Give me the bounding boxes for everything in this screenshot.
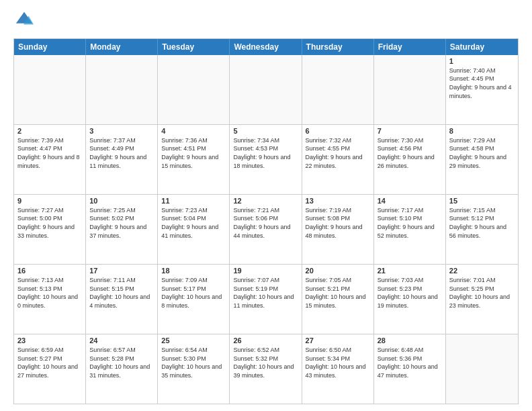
day-cell-8: 8Sunrise: 7:29 AM Sunset: 4:58 PM Daylig…: [446, 125, 518, 194]
day-info: Sunrise: 7:37 AM Sunset: 4:49 PM Dayligh…: [89, 136, 154, 170]
day-cell-28: 28Sunrise: 6:48 AM Sunset: 5:36 PM Dayli…: [374, 334, 446, 404]
weekday-header-sunday: Sunday: [14, 39, 86, 55]
day-cell-1: 1Sunrise: 7:40 AM Sunset: 4:45 PM Daylig…: [446, 55, 518, 124]
day-number: 21: [378, 267, 442, 275]
day-number: 25: [161, 336, 226, 345]
day-info: Sunrise: 7:13 AM Sunset: 5:13 PM Dayligh…: [17, 276, 82, 310]
day-number: 19: [233, 267, 298, 275]
day-number: 28: [378, 336, 442, 345]
calendar-body: 1Sunrise: 7:40 AM Sunset: 4:45 PM Daylig…: [14, 55, 518, 404]
day-info: Sunrise: 7:21 AM Sunset: 5:06 PM Dayligh…: [233, 206, 298, 240]
calendar-row-2: 2Sunrise: 7:39 AM Sunset: 4:47 PM Daylig…: [14, 125, 518, 195]
day-cell-24: 24Sunrise: 6:57 AM Sunset: 5:28 PM Dayli…: [86, 334, 158, 404]
day-number: 12: [233, 197, 298, 205]
day-info: Sunrise: 6:57 AM Sunset: 5:28 PM Dayligh…: [89, 346, 154, 379]
day-info: Sunrise: 6:54 AM Sunset: 5:30 PM Dayligh…: [161, 346, 226, 379]
day-info: Sunrise: 7:05 AM Sunset: 5:21 PM Dayligh…: [306, 276, 370, 310]
header: [13, 11, 519, 33]
day-info: Sunrise: 7:32 AM Sunset: 4:55 PM Dayligh…: [306, 136, 370, 170]
calendar-header: SundayMondayTuesdayWednesdayThursdayFrid…: [14, 39, 518, 55]
day-info: Sunrise: 7:11 AM Sunset: 5:15 PM Dayligh…: [89, 276, 154, 310]
day-number: 8: [449, 127, 515, 135]
day-info: Sunrise: 6:52 AM Sunset: 5:32 PM Dayligh…: [233, 346, 298, 379]
empty-cell: [14, 55, 86, 124]
weekday-header-monday: Monday: [86, 39, 158, 55]
logo-icon: [15, 11, 34, 30]
empty-cell: [86, 55, 158, 124]
day-cell-2: 2Sunrise: 7:39 AM Sunset: 4:47 PM Daylig…: [14, 125, 86, 194]
day-number: 10: [89, 197, 154, 205]
page: SundayMondayTuesdayWednesdayThursdayFrid…: [0, 0, 532, 411]
day-number: 16: [17, 267, 82, 275]
day-cell-6: 6Sunrise: 7:32 AM Sunset: 4:55 PM Daylig…: [302, 125, 374, 194]
logo: [13, 11, 34, 33]
day-number: 9: [17, 197, 82, 205]
day-cell-22: 22Sunrise: 7:01 AM Sunset: 5:25 PM Dayli…: [446, 265, 518, 334]
day-info: Sunrise: 6:48 AM Sunset: 5:36 PM Dayligh…: [378, 346, 442, 379]
weekday-header-wednesday: Wednesday: [230, 39, 302, 55]
day-number: 24: [89, 336, 154, 345]
day-info: Sunrise: 7:19 AM Sunset: 5:08 PM Dayligh…: [306, 206, 370, 240]
day-cell-19: 19Sunrise: 7:07 AM Sunset: 5:19 PM Dayli…: [230, 265, 302, 334]
day-number: 14: [378, 197, 442, 205]
day-cell-15: 15Sunrise: 7:15 AM Sunset: 5:12 PM Dayli…: [446, 195, 518, 264]
day-number: 18: [161, 267, 226, 275]
calendar-row-4: 16Sunrise: 7:13 AM Sunset: 5:13 PM Dayli…: [14, 265, 518, 334]
day-number: 7: [378, 127, 442, 135]
empty-cell: [374, 55, 446, 124]
day-number: 11: [161, 197, 226, 205]
empty-cell: [446, 334, 518, 404]
day-number: 3: [89, 127, 154, 135]
empty-cell: [302, 55, 374, 124]
day-number: 4: [161, 127, 226, 135]
day-cell-14: 14Sunrise: 7:17 AM Sunset: 5:10 PM Dayli…: [374, 195, 446, 264]
day-number: 20: [306, 267, 370, 275]
day-cell-7: 7Sunrise: 7:30 AM Sunset: 4:56 PM Daylig…: [374, 125, 446, 194]
day-cell-3: 3Sunrise: 7:37 AM Sunset: 4:49 PM Daylig…: [86, 125, 158, 194]
day-cell-18: 18Sunrise: 7:09 AM Sunset: 5:17 PM Dayli…: [158, 265, 230, 334]
day-cell-23: 23Sunrise: 6:59 AM Sunset: 5:27 PM Dayli…: [14, 334, 86, 404]
day-info: Sunrise: 7:03 AM Sunset: 5:23 PM Dayligh…: [378, 276, 442, 310]
calendar-row-1: 1Sunrise: 7:40 AM Sunset: 4:45 PM Daylig…: [14, 55, 518, 125]
day-cell-17: 17Sunrise: 7:11 AM Sunset: 5:15 PM Dayli…: [86, 265, 158, 334]
day-info: Sunrise: 7:09 AM Sunset: 5:17 PM Dayligh…: [161, 276, 226, 310]
day-number: 6: [306, 127, 370, 135]
calendar-row-3: 9Sunrise: 7:27 AM Sunset: 5:00 PM Daylig…: [14, 195, 518, 265]
day-info: Sunrise: 7:23 AM Sunset: 5:04 PM Dayligh…: [161, 206, 226, 240]
day-cell-16: 16Sunrise: 7:13 AM Sunset: 5:13 PM Dayli…: [14, 265, 86, 334]
day-info: Sunrise: 6:50 AM Sunset: 5:34 PM Dayligh…: [306, 346, 370, 379]
day-cell-5: 5Sunrise: 7:34 AM Sunset: 4:53 PM Daylig…: [230, 125, 302, 194]
day-number: 2: [17, 127, 82, 135]
day-info: Sunrise: 6:59 AM Sunset: 5:27 PM Dayligh…: [17, 346, 82, 379]
day-cell-12: 12Sunrise: 7:21 AM Sunset: 5:06 PM Dayli…: [230, 195, 302, 264]
day-info: Sunrise: 7:01 AM Sunset: 5:25 PM Dayligh…: [449, 276, 515, 310]
day-cell-13: 13Sunrise: 7:19 AM Sunset: 5:08 PM Dayli…: [302, 195, 374, 264]
day-info: Sunrise: 7:34 AM Sunset: 4:53 PM Dayligh…: [233, 136, 298, 170]
day-info: Sunrise: 7:27 AM Sunset: 5:00 PM Dayligh…: [17, 206, 82, 240]
weekday-header-saturday: Saturday: [446, 39, 518, 55]
day-cell-27: 27Sunrise: 6:50 AM Sunset: 5:34 PM Dayli…: [302, 334, 374, 404]
day-number: 15: [449, 197, 515, 205]
day-cell-20: 20Sunrise: 7:05 AM Sunset: 5:21 PM Dayli…: [302, 265, 374, 334]
day-info: Sunrise: 7:40 AM Sunset: 4:45 PM Dayligh…: [449, 66, 515, 100]
day-cell-25: 25Sunrise: 6:54 AM Sunset: 5:30 PM Dayli…: [158, 334, 230, 404]
day-number: 26: [233, 336, 298, 345]
day-info: Sunrise: 7:39 AM Sunset: 4:47 PM Dayligh…: [17, 136, 82, 170]
day-cell-26: 26Sunrise: 6:52 AM Sunset: 5:32 PM Dayli…: [230, 334, 302, 404]
empty-cell: [158, 55, 230, 124]
day-number: 17: [89, 267, 154, 275]
weekday-header-thursday: Thursday: [302, 39, 374, 55]
day-cell-9: 9Sunrise: 7:27 AM Sunset: 5:00 PM Daylig…: [14, 195, 86, 264]
day-info: Sunrise: 7:30 AM Sunset: 4:56 PM Dayligh…: [378, 136, 442, 170]
day-number: 1: [449, 57, 515, 65]
day-info: Sunrise: 7:29 AM Sunset: 4:58 PM Dayligh…: [449, 136, 515, 170]
day-cell-4: 4Sunrise: 7:36 AM Sunset: 4:51 PM Daylig…: [158, 125, 230, 194]
day-cell-11: 11Sunrise: 7:23 AM Sunset: 5:04 PM Dayli…: [158, 195, 230, 264]
empty-cell: [230, 55, 302, 124]
calendar: SundayMondayTuesdayWednesdayThursdayFrid…: [13, 38, 519, 404]
day-info: Sunrise: 7:07 AM Sunset: 5:19 PM Dayligh…: [233, 276, 298, 310]
day-number: 23: [17, 336, 82, 345]
day-number: 22: [449, 267, 515, 275]
day-cell-21: 21Sunrise: 7:03 AM Sunset: 5:23 PM Dayli…: [374, 265, 446, 334]
day-info: Sunrise: 7:15 AM Sunset: 5:12 PM Dayligh…: [449, 206, 515, 240]
